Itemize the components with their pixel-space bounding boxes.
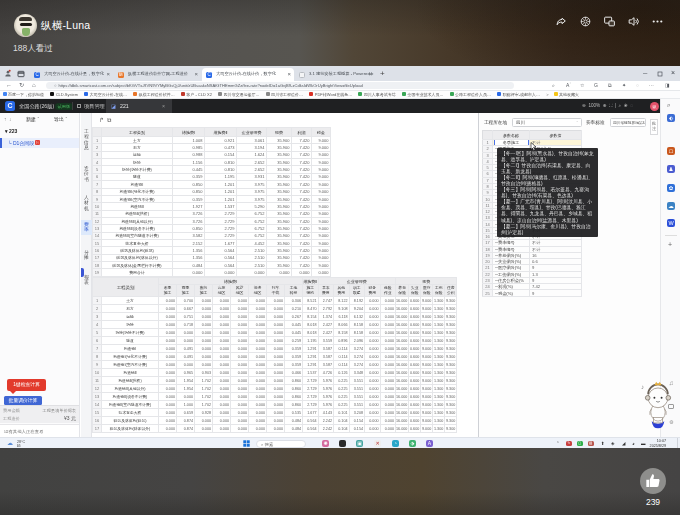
svg-text:♫: ♫ xyxy=(669,379,674,386)
svg-text:♪: ♪ xyxy=(641,383,644,390)
